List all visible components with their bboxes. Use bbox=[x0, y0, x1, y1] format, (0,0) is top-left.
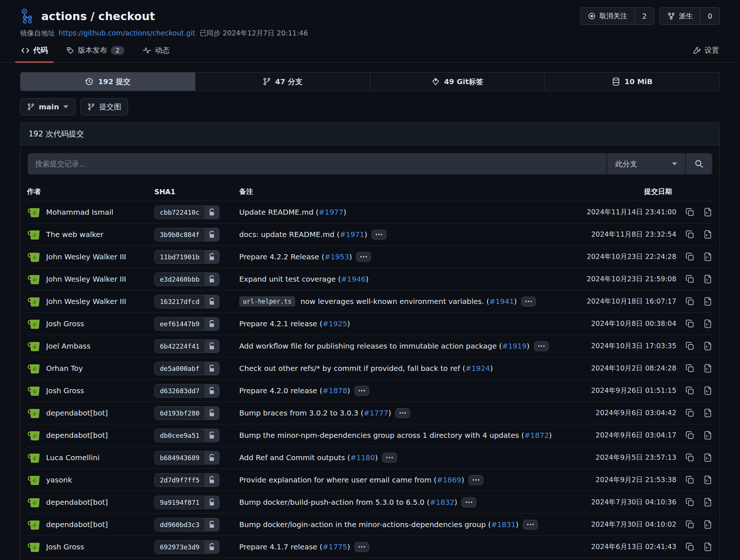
issue-link[interactable]: #1946 bbox=[341, 275, 366, 283]
copy-sha-icon[interactable] bbox=[685, 230, 695, 239]
avatar[interactable] bbox=[27, 361, 41, 375]
commit-sha-badge[interactable]: 692973e3d9 bbox=[154, 540, 219, 554]
issue-link[interactable]: #1777 bbox=[364, 409, 388, 417]
copy-sha-icon[interactable] bbox=[685, 475, 695, 485]
browse-source-at-commit-icon[interactable] bbox=[703, 252, 713, 262]
expand-commit-button[interactable] bbox=[523, 520, 538, 530]
avatar[interactable] bbox=[27, 294, 41, 308]
browse-source-at-commit-icon[interactable] bbox=[703, 364, 713, 373]
commit-author[interactable]: Josh Gross bbox=[46, 542, 84, 551]
commit-sha-badge[interactable]: b684943689 bbox=[154, 451, 219, 465]
commit-graph-button[interactable]: 提交图 bbox=[80, 98, 128, 115]
copy-sha-icon[interactable] bbox=[685, 542, 695, 552]
commit-author[interactable]: John Wesley Walker III bbox=[46, 297, 126, 306]
avatar[interactable] bbox=[27, 384, 41, 398]
copy-sha-icon[interactable] bbox=[685, 386, 695, 395]
copy-sha-icon[interactable] bbox=[685, 408, 695, 418]
commit-sha-badge[interactable]: cbb722410c bbox=[154, 206, 219, 219]
branch-selector[interactable]: main bbox=[20, 98, 75, 115]
browse-source-at-commit-icon[interactable] bbox=[703, 453, 713, 462]
commit-sha-badge[interactable]: de5a000abf bbox=[154, 362, 219, 375]
stat-tags[interactable]: 49 Git标签 bbox=[370, 72, 545, 91]
browse-source-at-commit-icon[interactable] bbox=[703, 475, 713, 485]
issue-link[interactable]: #1872 bbox=[524, 431, 549, 440]
commit-author[interactable]: Orhan Toy bbox=[46, 364, 83, 373]
commit-sha-badge[interactable]: 6b42224f41 bbox=[154, 339, 219, 353]
copy-sha-icon[interactable] bbox=[685, 431, 695, 440]
avatar[interactable] bbox=[27, 205, 41, 219]
avatar[interactable] bbox=[27, 540, 41, 554]
browse-source-at-commit-icon[interactable] bbox=[703, 319, 713, 328]
commit-author[interactable]: Mohammad Ismail bbox=[46, 208, 113, 217]
tab-activity[interactable]: 动态 bbox=[142, 44, 170, 57]
commit-sha-badge[interactable]: 11bd71901b bbox=[154, 250, 219, 264]
browse-source-at-commit-icon[interactable] bbox=[703, 408, 713, 418]
avatar[interactable] bbox=[27, 228, 41, 241]
commit-author[interactable]: Josh Gross bbox=[46, 386, 84, 395]
avatar[interactable] bbox=[27, 317, 41, 331]
copy-sha-icon[interactable] bbox=[685, 520, 695, 529]
commit-author[interactable]: John Wesley Walker III bbox=[46, 275, 126, 283]
avatar[interactable] bbox=[27, 518, 41, 531]
commit-sha-badge[interactable]: d632683dd7 bbox=[154, 384, 219, 398]
branch-scope-dropdown[interactable]: 此分支 bbox=[606, 153, 685, 174]
expand-commit-button[interactable] bbox=[382, 453, 397, 463]
avatar[interactable] bbox=[27, 473, 41, 487]
copy-sha-icon[interactable] bbox=[685, 453, 695, 462]
fork-button[interactable]: 派生 0 bbox=[660, 7, 720, 25]
commit-sha-badge[interactable]: db0cee9a51 bbox=[154, 429, 219, 442]
repo-name-link[interactable]: checkout bbox=[98, 10, 155, 23]
avatar[interactable] bbox=[27, 406, 41, 420]
commit-sha-badge[interactable]: 163217dfcd bbox=[154, 295, 219, 308]
mirror-url-link[interactable]: https://github.com/actions/checkout.git bbox=[59, 29, 195, 37]
browse-source-at-commit-icon[interactable] bbox=[703, 274, 713, 284]
commit-sha-badge[interactable]: e3d2460bbb bbox=[154, 273, 219, 286]
browse-source-at-commit-icon[interactable] bbox=[703, 297, 713, 306]
expand-commit-button[interactable] bbox=[354, 542, 369, 552]
expand-commit-button[interactable] bbox=[395, 408, 410, 418]
copy-sha-icon[interactable] bbox=[685, 297, 695, 306]
issue-link[interactable]: #1832 bbox=[430, 498, 455, 507]
stat-branches[interactable]: 47 分支 bbox=[195, 72, 370, 91]
avatar[interactable] bbox=[27, 495, 41, 509]
browse-source-at-commit-icon[interactable] bbox=[703, 341, 713, 351]
search-commits-input[interactable] bbox=[28, 153, 606, 174]
browse-source-at-commit-icon[interactable] bbox=[703, 520, 713, 529]
expand-commit-button[interactable] bbox=[354, 386, 369, 396]
unwatch-button[interactable]: 取消关注 2 bbox=[580, 7, 654, 25]
avatar[interactable] bbox=[27, 339, 41, 353]
browse-source-at-commit-icon[interactable] bbox=[703, 386, 713, 395]
commit-author[interactable]: Joel Ambass bbox=[46, 342, 90, 350]
expand-commit-button[interactable] bbox=[521, 297, 536, 307]
search-button[interactable] bbox=[685, 153, 712, 174]
expand-commit-button[interactable] bbox=[356, 252, 371, 262]
copy-sha-icon[interactable] bbox=[685, 497, 695, 507]
commit-sha-badge[interactable]: 2d7d9f7ff5 bbox=[154, 473, 219, 487]
commit-author[interactable]: dependabot[bot] bbox=[46, 431, 108, 440]
expand-commit-button[interactable] bbox=[372, 230, 386, 240]
commit-author[interactable]: The web walker bbox=[46, 230, 104, 239]
repo-owner-link[interactable]: actions bbox=[41, 10, 87, 23]
expand-commit-button[interactable] bbox=[462, 497, 476, 507]
stat-commits[interactable]: 192 提交 bbox=[20, 72, 195, 91]
copy-sha-icon[interactable] bbox=[685, 364, 695, 373]
commit-sha-badge[interactable]: 6d193bf280 bbox=[154, 406, 219, 420]
avatar[interactable] bbox=[27, 451, 41, 465]
issue-link[interactable]: #1775 bbox=[323, 542, 348, 551]
issue-link[interactable]: #1971 bbox=[339, 230, 364, 239]
issue-link[interactable]: #1941 bbox=[489, 297, 514, 306]
commit-sha-badge[interactable]: 3b9b8c884f bbox=[154, 228, 219, 241]
commit-author[interactable]: dependabot[bot] bbox=[46, 409, 108, 417]
tab-releases[interactable]: 版本发布 2 bbox=[65, 44, 125, 57]
commit-author[interactable]: yasonk bbox=[46, 476, 72, 484]
copy-sha-icon[interactable] bbox=[685, 252, 695, 262]
stat-repo-size[interactable]: 10 MiB bbox=[545, 72, 720, 91]
commit-author[interactable]: Josh Gross bbox=[46, 319, 84, 328]
commit-author[interactable]: dependabot[bot] bbox=[46, 498, 108, 507]
browse-source-at-commit-icon[interactable] bbox=[703, 497, 713, 507]
tab-settings[interactable]: 设置 bbox=[692, 44, 720, 57]
tab-code[interactable]: 代码 bbox=[20, 44, 49, 57]
commit-sha-badge[interactable]: eef61447b9 bbox=[154, 317, 219, 331]
avatar[interactable] bbox=[27, 272, 41, 286]
browse-source-at-commit-icon[interactable] bbox=[703, 542, 713, 552]
